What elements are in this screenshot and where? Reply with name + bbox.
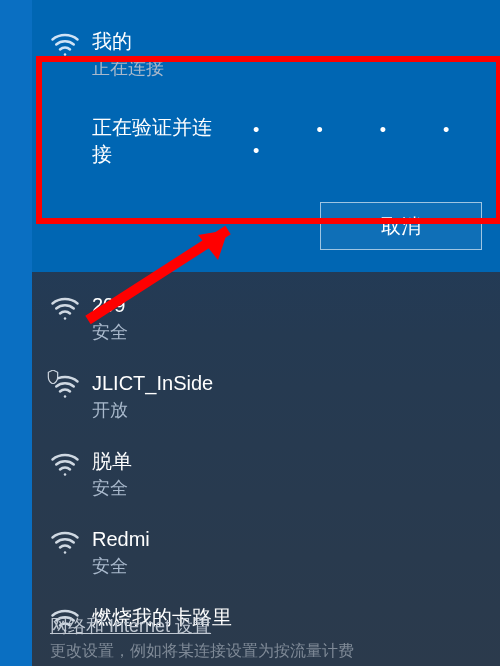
cancel-button[interactable]: 取消 — [320, 202, 482, 250]
network-item[interactable]: 209 安全 — [32, 286, 500, 350]
connecting-status-row: 正在验证并连接 • • • • • — [92, 114, 500, 168]
network-name: 209 — [92, 292, 128, 318]
network-name: 脱单 — [92, 448, 132, 474]
connecting-status-text: 正在验证并连接 — [92, 114, 213, 168]
network-item[interactable]: 脱单 安全 — [32, 442, 500, 506]
progress-dots: • • • • • — [253, 120, 500, 162]
wifi-icon — [50, 374, 80, 399]
network-security: 安全 — [92, 554, 150, 578]
network-security: 安全 — [92, 320, 128, 344]
network-security: 安全 — [92, 476, 132, 500]
network-item[interactable]: JLICT_InSide 开放 — [32, 364, 500, 428]
wifi-icon — [50, 530, 80, 555]
network-settings-sub: 更改设置，例如将某连接设置为按流量计费 — [50, 641, 490, 662]
network-security: 开放 — [92, 398, 213, 422]
network-item-connecting[interactable]: 我的 正在连接 — [32, 0, 500, 86]
network-name: Redmi — [92, 526, 150, 552]
wifi-icon — [50, 452, 80, 477]
wifi-icon — [50, 296, 80, 321]
network-status-sub: 正在连接 — [92, 56, 164, 80]
network-name: JLICT_InSide — [92, 370, 213, 396]
network-settings-link[interactable]: 网络和 Internet 设置 — [50, 614, 211, 638]
network-name: 我的 — [92, 28, 164, 54]
wifi-icon — [50, 32, 80, 57]
cancel-button-label: 取消 — [381, 213, 421, 240]
open-network-shield-icon — [46, 370, 60, 384]
wifi-flyout-panel: 我的 正在连接 正在验证并连接 • • • • • 取消 209 安全 JLIC… — [32, 0, 500, 666]
network-item[interactable]: Redmi 安全 — [32, 520, 500, 584]
connecting-network-block[interactable]: 我的 正在连接 正在验证并连接 • • • • • 取消 — [32, 0, 500, 272]
